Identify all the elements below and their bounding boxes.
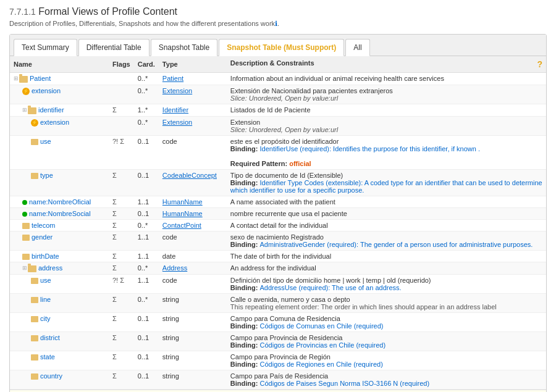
table-row: countryΣ0..1stringCampo para País de Res…	[10, 370, 546, 390]
col-type: Type	[159, 56, 227, 73]
row-name-link[interactable]: birthDate	[32, 252, 59, 260]
row-name-link[interactable]: line	[40, 296, 51, 303]
cell-card: 0..1	[134, 170, 159, 196]
row-name-link[interactable]: extension	[40, 119, 69, 126]
row-type-link[interactable]: Extension	[162, 119, 192, 126]
row-type-link[interactable]: Extension	[162, 87, 192, 94]
cell-name: state	[10, 351, 109, 370]
folder-icon	[28, 107, 36, 114]
cell-type: ContactPoint	[159, 220, 227, 231]
row-name-link[interactable]: district	[40, 334, 60, 341]
row-type-link[interactable]: ContactPoint	[162, 222, 201, 229]
cell-flags: Σ	[109, 332, 134, 351]
row-name-link[interactable]: extension	[32, 87, 61, 94]
cell-type: Extension	[159, 117, 227, 136]
row-name-link[interactable]: country	[40, 372, 62, 380]
cell-type: string	[159, 351, 227, 370]
row-name-link[interactable]: name:NombreOficial	[29, 198, 91, 206]
folder-small-icon	[31, 139, 38, 145]
cell-desc: este es el propósito del identificadorBi…	[227, 136, 546, 170]
cell-desc: Tipo de documento de Id (Extensible)Bind…	[227, 170, 546, 196]
table-row: name:NombreOficialΣ1..1HumanNameA name a…	[10, 196, 546, 208]
cell-card: 0..1	[134, 351, 159, 370]
table-row: lineΣ0..*stringCalle o avenida, numero y…	[10, 294, 546, 313]
row-name-link[interactable]: Patient	[30, 75, 51, 82]
cell-desc: Campo para Provincia de RegiónBinding: C…	[227, 351, 546, 370]
cell-flags: Σ	[109, 231, 134, 251]
cell-card: 0..*	[134, 73, 159, 85]
cell-type: code	[159, 231, 227, 251]
cell-name: telecom	[10, 220, 109, 231]
cell-type: string	[159, 370, 227, 390]
cell-flags: Σ	[109, 208, 134, 220]
help-icon[interactable]: ?	[537, 59, 542, 69]
table-row: districtΣ0..1stringCampo para Provincia …	[10, 332, 546, 351]
tab-snapshot-table[interactable]: Snapshot Table	[151, 39, 218, 56]
cell-flags: Σ	[109, 251, 134, 262]
cell-card: 1..*	[134, 104, 159, 117]
cell-card: 0..*	[134, 262, 159, 275]
cell-card: 1..1	[134, 275, 159, 294]
cell-flags: Σ	[109, 294, 134, 313]
extension-icon: ⚡	[31, 119, 38, 127]
folder-icon	[28, 265, 36, 272]
folder-small-icon	[22, 254, 30, 260]
cell-desc: Campo para Provincia de ResidenciaBindin…	[227, 332, 546, 351]
cell-desc: Extensión de Nacionalidad para pacientes…	[227, 85, 546, 104]
row-type-link[interactable]: CodeableConcept	[162, 172, 217, 179]
tab-all[interactable]: All	[345, 39, 369, 56]
cell-flags: Σ	[109, 220, 134, 231]
cell-desc: ExtensionSlice: Unordered, Open by value…	[227, 117, 546, 136]
cell-desc: Campo para Comuna de ResidenciaBinding: …	[227, 313, 546, 332]
cell-desc: An address for the individual	[227, 262, 546, 275]
cell-desc: Listados de Id de Paciente	[227, 104, 546, 117]
row-type-link[interactable]: HumanName	[162, 210, 203, 217]
cell-name: type	[10, 170, 109, 196]
row-type-link[interactable]: Identifier	[162, 106, 188, 114]
row-name-link[interactable]: name:NombreSocial	[29, 210, 91, 217]
folder-small-icon	[22, 235, 30, 241]
dot-green-icon	[22, 212, 27, 217]
row-name-link[interactable]: use	[40, 138, 51, 145]
cell-card: 0..*	[134, 220, 159, 231]
cell-name: ⚡extension	[10, 85, 109, 104]
tab-differential-table[interactable]: Differential Table	[78, 39, 150, 56]
row-type-link[interactable]: HumanName	[162, 198, 203, 206]
tab-snapshot-must-support[interactable]: Snapshot Table (Must Support)	[219, 39, 344, 56]
row-name-link[interactable]: state	[40, 353, 55, 361]
cell-card: 0..1	[134, 370, 159, 390]
subtitle-link[interactable]: ℹ	[275, 20, 277, 27]
row-name-link[interactable]: city	[40, 315, 51, 322]
cell-flags: Σ	[109, 170, 134, 196]
cell-desc: nombre recurrente que usa el paciente	[227, 208, 546, 220]
row-name-link[interactable]: type	[40, 172, 53, 179]
row-name-link[interactable]: telecom	[32, 222, 56, 229]
row-name-link[interactable]: address	[38, 264, 62, 272]
cell-type: Extension	[159, 85, 227, 104]
cell-type: CodeableConcept	[159, 170, 227, 196]
cell-card: 0..1	[134, 313, 159, 332]
table-header-row: Name Flags Card. Type Description & Cons…	[10, 56, 546, 73]
row-type-link[interactable]: Patient	[162, 75, 183, 82]
cell-card: 1..1	[134, 196, 159, 208]
row-name-link[interactable]: gender	[32, 233, 53, 241]
cell-type: string	[159, 332, 227, 351]
cell-flags: Σ	[109, 370, 134, 390]
cell-desc: The date of birth for the individual	[227, 251, 546, 262]
row-name-link[interactable]: use	[40, 277, 51, 284]
cell-flags	[109, 117, 134, 136]
row-name-link[interactable]: identifier	[38, 106, 64, 114]
tab-text-summary[interactable]: Text Summary	[14, 39, 77, 56]
table-body: ⊞Patient0..*PatientInformation about an …	[10, 73, 546, 390]
cell-name: name:NombreOficial	[10, 196, 109, 208]
table-footer: ? Documentation for this format	[10, 390, 546, 392]
cell-type: string	[159, 294, 227, 313]
cell-card: 0..1	[134, 208, 159, 220]
cell-name: ⊞identifier	[10, 104, 109, 117]
cell-name: use	[10, 275, 109, 294]
row-type-link[interactable]: Address	[162, 264, 187, 272]
folder-small-icon	[31, 335, 38, 341]
folder-small-icon	[31, 278, 38, 284]
title-text: Formal Views of Profile Content	[38, 6, 177, 17]
cell-flags: Σ	[109, 262, 134, 275]
